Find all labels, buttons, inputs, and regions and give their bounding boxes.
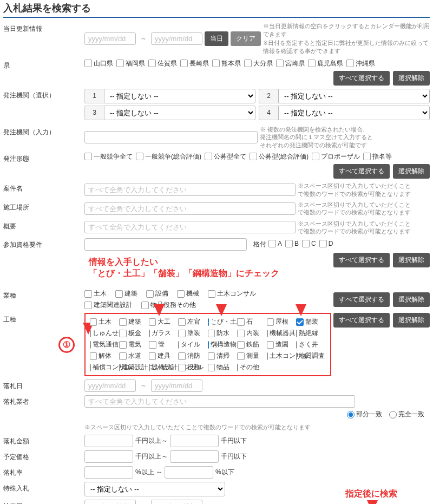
- work-ck-22[interactable]: 造園: [267, 340, 288, 349]
- work-ck-17[interactable]: 電気: [119, 340, 141, 349]
- form-ck-3[interactable]: 公募型(総合評価): [250, 152, 309, 161]
- award-match-full[interactable]: [389, 411, 397, 418]
- work-ck-0[interactable]: 土木: [90, 317, 111, 326]
- est-to[interactable]: [170, 450, 219, 463]
- ind-all[interactable]: すべて選択する: [333, 292, 390, 307]
- pref-ck-2[interactable]: 佐賀県: [148, 59, 177, 68]
- work-clear[interactable]: 選択解除: [393, 313, 430, 328]
- work-ck-8[interactable]: しゅんせつ: [90, 329, 111, 338]
- req-all[interactable]: すべて選択する: [333, 253, 390, 267]
- ind-ck-1[interactable]: 建築: [115, 289, 137, 298]
- pref-ck-7[interactable]: 鹿児島県: [308, 59, 343, 68]
- work-ck-33[interactable]: 建築設計コンサル: [119, 363, 141, 372]
- work-ck-7[interactable]: 舗装: [296, 317, 318, 326]
- work-ck-26[interactable]: 建具: [149, 351, 170, 361]
- pref-ck-8[interactable]: 沖縄県: [346, 59, 375, 68]
- pref-ck-5[interactable]: 大分県: [244, 59, 273, 68]
- pref-clear[interactable]: 選択解除: [393, 71, 430, 86]
- ind-ck-0[interactable]: 土木: [84, 289, 107, 298]
- award-date-from[interactable]: [84, 379, 136, 392]
- award-match-partial[interactable]: [347, 411, 355, 418]
- work-all[interactable]: すべて選択する: [333, 313, 390, 328]
- work-ck-6[interactable]: 屋根: [267, 317, 288, 326]
- summary-input[interactable]: [84, 221, 296, 233]
- work-ck-18[interactable]: 管: [149, 340, 170, 349]
- work-ck-27[interactable]: 消防: [178, 351, 200, 361]
- work-ck-24[interactable]: 解体: [90, 351, 111, 361]
- work-ck-30[interactable]: 土木コンサル: [267, 351, 288, 361]
- form-ck-4[interactable]: プロポーザル: [312, 152, 360, 161]
- pref-select-all[interactable]: すべて選択する: [333, 71, 390, 86]
- work-ck-1[interactable]: 建築: [119, 317, 141, 326]
- btn-update-clear[interactable]: クリア: [231, 31, 261, 46]
- rank-ck-1[interactable]: B: [285, 240, 299, 247]
- work-ck-9[interactable]: 板金: [119, 329, 141, 338]
- work-ck-25[interactable]: 水道: [119, 351, 141, 361]
- work-ck-31[interactable]: 地質調査: [296, 351, 318, 361]
- work-ck-11[interactable]: 塗装: [178, 329, 200, 338]
- pref-ck-3[interactable]: 長崎県: [180, 59, 209, 68]
- work-ck-21[interactable]: 鉄筋: [237, 340, 259, 349]
- pref-ck-1[interactable]: 福岡県: [116, 59, 145, 68]
- ind-ck-5[interactable]: 建築関連設計: [84, 300, 133, 310]
- agency-select-2[interactable]: -- 指定しない --: [278, 89, 430, 103]
- rate-to[interactable]: [165, 466, 213, 479]
- req-clear[interactable]: 選択解除: [393, 253, 430, 267]
- pref-ck-4[interactable]: 熊本県: [212, 59, 241, 68]
- work-ck-36[interactable]: 物品: [208, 363, 229, 372]
- award-date-to[interactable]: [151, 379, 202, 392]
- ind-ck-4[interactable]: 土木コンサル: [208, 289, 256, 298]
- award-company-input[interactable]: [84, 395, 355, 408]
- work-ck-12[interactable]: 防水: [208, 329, 229, 338]
- work-ck-14[interactable]: 機械器具: [267, 329, 288, 338]
- place-input[interactable]: [84, 202, 296, 215]
- rank-ck-0[interactable]: A: [268, 240, 282, 247]
- work-ck-37[interactable]: その他: [237, 363, 259, 372]
- work-ck-10[interactable]: ガラス: [149, 329, 170, 338]
- ind-ck-3[interactable]: 機械: [177, 289, 199, 298]
- work-ck-19[interactable]: タイル: [178, 340, 200, 349]
- req-input[interactable]: [84, 238, 247, 251]
- work-ck-13[interactable]: 内装: [237, 329, 259, 338]
- work-ck-5[interactable]: 石: [237, 317, 259, 326]
- work-ck-34[interactable]: 設備設計コンサル: [149, 363, 170, 372]
- inspect-to[interactable]: [151, 500, 202, 504]
- form-ck-2[interactable]: 公募型全て: [205, 152, 246, 161]
- agency-select-4[interactable]: -- 指定しない --: [278, 106, 430, 120]
- btn-today[interactable]: 当日: [205, 31, 228, 46]
- special-select[interactable]: -- 指定しない --: [84, 482, 225, 496]
- work-ck-3[interactable]: 左官: [178, 317, 200, 326]
- ind-clear[interactable]: 選択解除: [393, 292, 430, 307]
- rank-ck-3[interactable]: D: [319, 240, 333, 247]
- agency-select-1[interactable]: -- 指定しない --: [104, 89, 255, 103]
- form-all[interactable]: すべて選択する: [333, 164, 390, 179]
- work-ck-29[interactable]: 測量: [237, 351, 259, 361]
- work-ck-23[interactable]: さく井: [296, 340, 318, 349]
- work-ck-20[interactable]: 鋼構造物: [208, 340, 229, 349]
- work-ck-32[interactable]: 補償コンサル: [90, 363, 111, 372]
- form-ck-0[interactable]: 一般競争全て: [84, 152, 133, 161]
- update-date-to[interactable]: [151, 32, 202, 45]
- est-from[interactable]: [84, 450, 133, 463]
- rank-ck-2[interactable]: C: [302, 240, 316, 247]
- work-ck-2[interactable]: 大工: [149, 317, 170, 326]
- agency-input[interactable]: [84, 131, 258, 143]
- form-clear[interactable]: 選択解除: [393, 164, 430, 179]
- update-date-from[interactable]: [84, 32, 136, 45]
- project-name-input[interactable]: [84, 184, 296, 196]
- ind-ck-6[interactable]: 物品役務その他: [141, 300, 196, 310]
- amount-from[interactable]: [84, 435, 133, 447]
- pref-ck-6[interactable]: 宮崎県: [276, 59, 305, 68]
- ind-ck-2[interactable]: 設備: [146, 289, 168, 298]
- amount-to[interactable]: [170, 435, 219, 447]
- work-ck-15[interactable]: 熱絶縁: [296, 329, 318, 338]
- work-ck-28[interactable]: 清掃: [208, 351, 229, 361]
- work-ck-16[interactable]: 電気通信: [90, 340, 111, 349]
- form-ck-5[interactable]: 指名等: [363, 152, 392, 161]
- work-ck-35[interactable]: 役務: [178, 363, 200, 372]
- pref-ck-0[interactable]: 山口県: [84, 59, 113, 68]
- rate-from[interactable]: [84, 466, 133, 479]
- agency-select-3[interactable]: -- 指定しない --: [104, 106, 255, 120]
- work-ck-4[interactable]: とび・土工: [208, 317, 229, 326]
- form-ck-1[interactable]: 一般競争(総合評価): [136, 152, 201, 161]
